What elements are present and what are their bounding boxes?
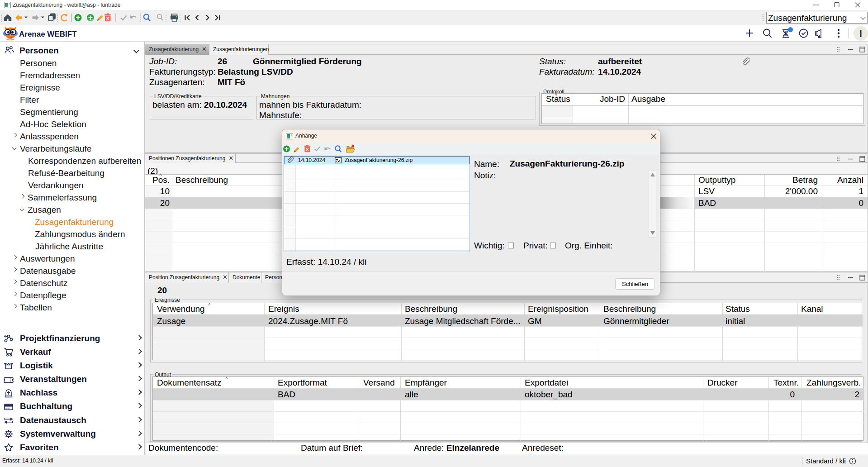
svg-text:7z: 7z	[336, 158, 340, 163]
